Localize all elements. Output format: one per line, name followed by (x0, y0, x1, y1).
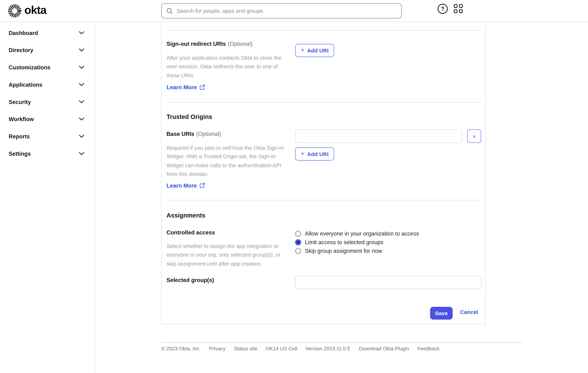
selected-groups-input[interactable] (295, 276, 482, 289)
search-input[interactable] (177, 8, 397, 14)
footer-version-text: Version 2023.11.0 E (305, 346, 351, 351)
grid-square-icon (454, 9, 458, 13)
chevron-down-icon (79, 100, 84, 103)
footer-link-status-site[interactable]: Status site (234, 346, 257, 351)
radio-unselected-icon[interactable] (295, 248, 301, 254)
global-search[interactable] (161, 3, 401, 18)
top-header: okta ? (0, 0, 588, 22)
radio-selected-icon[interactable] (295, 239, 301, 245)
chevron-down-icon (79, 83, 84, 86)
section-divider (167, 102, 481, 102)
base-uris-label: Base URIs(Optional) (167, 130, 221, 137)
help-button[interactable]: ? (438, 4, 448, 14)
radio-label: Limit access to selected groups (305, 239, 383, 245)
section-divider (167, 200, 481, 200)
radio-option-skip-assignment[interactable]: Skip group assignment for now (295, 246, 382, 255)
app-settings-panel: Sign-out redirect URIs(Optional) + Add U… (161, 22, 486, 325)
footer: © 2023 Okta, Inc. Privacy Status site OK… (161, 346, 440, 351)
radio-label: Allow everyone in your organization to a… (305, 230, 419, 237)
learn-more-text: Learn More (167, 182, 197, 189)
field-label-text: Controlled access (167, 229, 215, 235)
remove-base-uri-button[interactable]: × (467, 129, 481, 143)
radio-option-limit-groups[interactable]: Limit access to selected groups (295, 238, 383, 246)
radio-unselected-icon[interactable] (295, 230, 301, 236)
question-mark-icon: ? (441, 6, 444, 11)
sidebar-item-applications[interactable]: Applications (0, 76, 95, 93)
chevron-down-icon (79, 152, 84, 155)
close-icon: × (472, 133, 476, 139)
trusted-origins-heading: Trusted Origins (167, 113, 212, 121)
optional-tag: (Optional) (228, 41, 252, 47)
sidebar-item-security[interactable]: Security (0, 93, 95, 110)
trusted-origins-learn-more-link[interactable]: Learn More (167, 182, 205, 189)
footer-link-privacy[interactable]: Privacy (209, 346, 226, 351)
grid-square-icon (459, 9, 463, 13)
sidebar-item-customizations[interactable]: Customizations (0, 59, 95, 76)
radio-option-allow-everyone[interactable]: Allow everyone in your organization to a… (295, 229, 419, 238)
sidebar-item-reports[interactable]: Reports (0, 128, 95, 145)
grid-square-icon (459, 4, 463, 8)
radio-label: Skip group assignment for now (305, 248, 382, 254)
add-uri-label: Add URI (307, 47, 329, 53)
optional-tag: (Optional) (196, 130, 221, 137)
section-divider (167, 31, 481, 31)
trusted-origins-description: Required if you plan to self-host the Ok… (167, 144, 285, 179)
selected-groups-label: Selected group(s) (167, 277, 214, 283)
okta-logo[interactable]: okta (8, 4, 46, 18)
footer-divider (161, 342, 522, 343)
sidebar-item-label: Workflow (9, 116, 34, 122)
sidebar-item-label: Applications (9, 81, 42, 88)
grid-square-icon (454, 4, 458, 8)
sidebar-item-label: Directory (9, 47, 33, 53)
sidebar-item-settings[interactable]: Settings (0, 145, 95, 162)
add-base-uri-button[interactable]: + Add URI (295, 147, 334, 160)
sidebar-item-directory[interactable]: Directory (0, 41, 95, 59)
add-uri-label: Add URI (307, 151, 329, 157)
external-link-icon (200, 84, 205, 90)
controlled-access-label: Controlled access (167, 229, 215, 235)
sidebar-item-label: Reports (9, 133, 30, 139)
field-label-text: Sign-out redirect URIs (167, 41, 226, 47)
learn-more-text: Learn More (167, 84, 197, 90)
cancel-button[interactable]: Cancel (460, 309, 478, 315)
search-icon (166, 7, 173, 15)
chevron-down-icon (79, 65, 84, 69)
footer-link-feedback[interactable]: Feedback (417, 346, 439, 351)
copyright-text: © 2023 Okta, Inc. (161, 346, 201, 351)
sidebar-item-label: Settings (9, 150, 31, 157)
sidebar-item-label: Security (9, 98, 31, 105)
chevron-down-icon (79, 48, 84, 52)
chevron-down-icon (79, 117, 84, 121)
footer-cell-text: OK14 US Cell (266, 346, 297, 351)
app-switcher-button[interactable] (454, 4, 463, 13)
sidebar-item-workflow[interactable]: Workflow (0, 110, 95, 128)
add-signout-uri-button[interactable]: + Add URI (295, 44, 334, 57)
sidebar-item-dashboard[interactable]: Dashboard (0, 24, 95, 41)
sidebar-item-label: Dashboard (9, 29, 38, 36)
chevron-down-icon (79, 31, 84, 34)
footer-link-download-plugin[interactable]: Download Okta Plugin (359, 346, 409, 351)
external-link-icon (200, 183, 205, 188)
controlled-access-description: Select whether to assign the app integra… (167, 242, 285, 268)
sidebar-nav: Dashboard Directory Customizations Appli… (0, 22, 95, 373)
plus-icon: + (301, 47, 304, 53)
plus-icon: + (301, 150, 304, 157)
base-uri-input[interactable] (295, 129, 462, 143)
okta-wordmark: okta (24, 4, 46, 17)
assignments-heading: Assignments (167, 212, 205, 219)
chevron-down-icon (79, 134, 84, 138)
field-label-text: Base URIs (167, 130, 194, 137)
field-label-text: Selected group(s) (167, 277, 214, 283)
signout-description: After your application contacts Okta to … (167, 54, 285, 80)
signout-learn-more-link[interactable]: Learn More (167, 84, 205, 90)
sidebar-item-label: Customizations (9, 64, 51, 70)
signout-redirect-uris-label: Sign-out redirect URIs(Optional) (167, 41, 252, 47)
save-button[interactable]: Save (430, 307, 453, 320)
okta-sunburst-icon (8, 4, 22, 18)
